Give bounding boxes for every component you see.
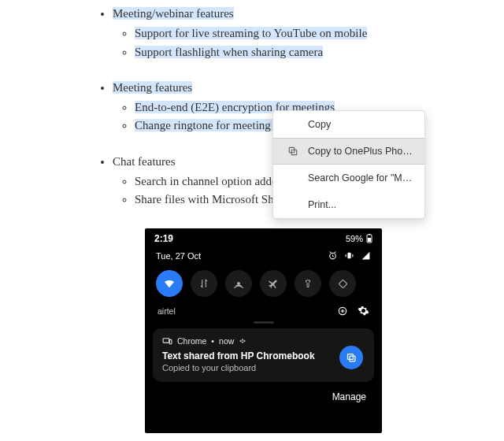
menu-print[interactable]: Print... (273, 191, 424, 218)
notification-body: Copied to your clipboard (162, 363, 365, 372)
svg-rect-16 (350, 356, 355, 361)
svg-rect-11 (169, 339, 172, 343)
svg-point-12 (240, 340, 242, 342)
list-item: Change ringtone for meeting in (135, 119, 283, 132)
list-item: Search in channel option added (135, 175, 283, 187)
svg-point-15 (242, 341, 243, 343)
notification-title: Text shared from HP Chromebook (162, 350, 365, 361)
status-battery: 59% (346, 234, 363, 243)
list-item: Support flashlight when sharing camera (135, 46, 323, 58)
svg-rect-6 (347, 253, 350, 259)
data-saver-icon[interactable] (337, 306, 348, 317)
menu-search-google[interactable]: Search Google for "Meeting/webinar (273, 165, 424, 191)
data-tile[interactable] (191, 270, 217, 297)
alarm-icon (328, 250, 338, 261)
svg-rect-10 (163, 338, 169, 342)
section-header: Chat features (113, 155, 176, 168)
hotspot-tile[interactable] (225, 270, 252, 297)
airplane-tile[interactable] (260, 270, 287, 297)
list-item: Share files with Microsoft Shar (135, 193, 283, 206)
svg-point-7 (238, 283, 240, 285)
signal-icon (361, 250, 371, 261)
settings-gear-icon[interactable] (358, 305, 369, 317)
svg-point-14 (244, 340, 246, 342)
svg-point-13 (242, 339, 243, 340)
context-menu: Copy Copy to OnePlus Phone Search Google… (272, 110, 425, 219)
notification-app: Chrome (177, 336, 206, 346)
notification-card[interactable]: Chrome • now Text shared from HP Chromeb… (153, 328, 374, 382)
section-header: Meeting/webinar features (113, 7, 234, 20)
svg-rect-8 (339, 280, 347, 288)
menu-label: Copy to OnePlus Phone (308, 146, 413, 157)
status-time: 2:19 (154, 233, 173, 244)
network-label: airtel (158, 306, 176, 316)
devices-icon (162, 337, 172, 346)
copy-icon (287, 146, 298, 157)
notification-action-icon[interactable] (339, 346, 363, 369)
dot-separator: • (211, 336, 214, 346)
rotation-tile[interactable] (329, 270, 356, 297)
drag-handle[interactable] (254, 321, 274, 324)
svg-rect-17 (347, 354, 353, 359)
quick-settings-tiles (145, 269, 382, 302)
notification-time: now (219, 336, 234, 346)
manage-button[interactable]: Manage (145, 387, 382, 410)
phone-screenshot: 2:19 59% Tue, 27 Oct (145, 228, 382, 433)
flashlight-tile[interactable] (295, 270, 321, 297)
menu-copy-to-device[interactable]: Copy to OnePlus Phone (273, 138, 424, 165)
svg-rect-3 (368, 238, 371, 242)
svg-rect-4 (369, 234, 370, 235)
status-date: Tue, 27 Oct (156, 251, 201, 261)
expand-icon (239, 338, 246, 344)
menu-copy[interactable]: Copy (273, 111, 424, 138)
battery-icon (366, 234, 372, 243)
vibrate-icon (344, 250, 354, 261)
wifi-tile[interactable] (156, 270, 183, 297)
list-item: Support for live streaming to YouTube on… (135, 27, 367, 39)
section-header: Meeting features (113, 81, 192, 94)
